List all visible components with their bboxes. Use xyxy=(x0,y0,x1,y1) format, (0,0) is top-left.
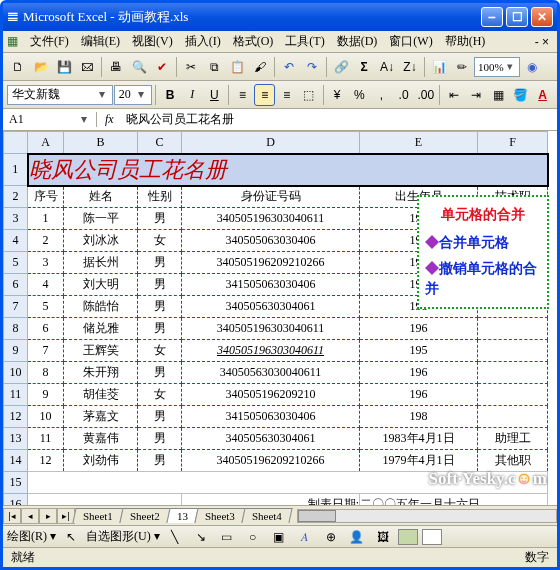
cell[interactable]: 制表日期: xyxy=(182,494,360,506)
cell[interactable]: 340505063030406 xyxy=(182,230,360,252)
cell[interactable]: 196 xyxy=(360,384,478,406)
cell[interactable]: 196 xyxy=(360,318,478,340)
cell[interactable]: 340505196209210266 xyxy=(182,252,360,274)
redo-icon[interactable]: ↷ xyxy=(301,56,323,78)
menu-insert[interactable]: 插入(I) xyxy=(179,31,227,52)
cell[interactable]: 男 xyxy=(138,362,182,384)
cell[interactable]: 341505063030406 xyxy=(182,406,360,428)
cell[interactable]: 身份证号码 xyxy=(182,186,360,208)
percent-icon[interactable]: % xyxy=(349,84,370,106)
cell[interactable] xyxy=(478,384,548,406)
permission-icon[interactable]: 🖂 xyxy=(76,56,98,78)
cell[interactable]: 男 xyxy=(138,296,182,318)
dec-decimal-icon[interactable]: .00 xyxy=(415,84,436,106)
cell[interactable]: 刘大明 xyxy=(64,274,138,296)
cell[interactable]: 胡佳茭 xyxy=(64,384,138,406)
cell[interactable]: 陈皓怡 xyxy=(64,296,138,318)
bold-icon[interactable]: B xyxy=(159,84,180,106)
borders-icon[interactable]: ▦ xyxy=(488,84,509,106)
hscroll-thumb[interactable] xyxy=(298,510,336,522)
merge-icon[interactable]: ⬚ xyxy=(298,84,319,106)
spell-icon[interactable]: ✔ xyxy=(151,56,173,78)
sort-asc-icon[interactable]: A↓ xyxy=(376,56,398,78)
copy-icon[interactable]: ⧉ xyxy=(203,56,225,78)
cell[interactable] xyxy=(478,340,548,362)
cell[interactable]: 4 xyxy=(28,274,64,296)
format-painter-icon[interactable]: 🖌 xyxy=(249,56,271,78)
indent-dec-icon[interactable]: ⇤ xyxy=(443,84,464,106)
cell[interactable]: 王辉笑 xyxy=(64,340,138,362)
cell[interactable]: 女 xyxy=(138,384,182,406)
align-center-icon[interactable]: ≡ xyxy=(254,84,275,106)
autosum-icon[interactable]: Σ xyxy=(353,56,375,78)
zoom-combo[interactable]: 100%▾ xyxy=(474,57,520,77)
open-icon[interactable]: 📂 xyxy=(30,56,52,78)
cell[interactable]: 340505196209210266 xyxy=(182,450,360,472)
preview-icon[interactable]: 🔍 xyxy=(128,56,150,78)
cell[interactable]: 刘冰冰 xyxy=(64,230,138,252)
col-header[interactable]: B xyxy=(64,132,138,154)
cell[interactable]: 340505196303040611 xyxy=(182,318,360,340)
align-left-icon[interactable]: ≡ xyxy=(232,84,253,106)
picture-icon[interactable]: 🖼 xyxy=(372,526,394,548)
chart-icon[interactable]: 📊 xyxy=(428,56,450,78)
row-header[interactable]: 3 xyxy=(4,208,28,230)
col-header[interactable]: D xyxy=(182,132,360,154)
paste-icon[interactable]: 📋 xyxy=(226,56,248,78)
cell[interactable]: 8 xyxy=(28,362,64,384)
cell[interactable]: 姓名 xyxy=(64,186,138,208)
undo-icon[interactable]: ↶ xyxy=(278,56,300,78)
menu-tools[interactable]: 工具(T) xyxy=(279,31,330,52)
hyperlink-icon[interactable]: 🔗 xyxy=(330,56,352,78)
cell[interactable]: 男 xyxy=(138,274,182,296)
cell[interactable]: 1 xyxy=(28,208,64,230)
row-header[interactable]: 9 xyxy=(4,340,28,362)
maximize-button[interactable]: ☐ xyxy=(506,7,528,27)
select-objects-icon[interactable]: ↖ xyxy=(60,526,82,548)
line-icon[interactable]: ╲ xyxy=(164,526,186,548)
sheet-tab[interactable]: Sheet2 xyxy=(119,508,170,523)
cell[interactable]: 6 xyxy=(28,318,64,340)
row-header[interactable]: 1 xyxy=(4,154,28,186)
cell[interactable]: 女 xyxy=(138,230,182,252)
select-all-corner[interactable] xyxy=(4,132,28,154)
row-header[interactable]: 16 xyxy=(4,494,28,506)
row-header[interactable]: 8 xyxy=(4,318,28,340)
cell[interactable]: 12 xyxy=(28,450,64,472)
align-right-icon[interactable]: ≡ xyxy=(276,84,297,106)
cell[interactable]: 5 xyxy=(28,296,64,318)
selected-cell[interactable]: 晓风公司员工花名册 xyxy=(28,154,548,186)
cell[interactable]: 195 xyxy=(360,340,478,362)
cell[interactable]: 序号 xyxy=(28,186,64,208)
arrow-icon[interactable]: ↘ xyxy=(190,526,212,548)
row-header[interactable]: 7 xyxy=(4,296,28,318)
cell[interactable]: 男 xyxy=(138,428,182,450)
cell[interactable] xyxy=(478,406,548,428)
menu-format[interactable]: 格式(O) xyxy=(227,31,280,52)
worksheet[interactable]: A B C D E F 1 晓风公司员工花名册 2 序号 姓名 性别 身份证号码… xyxy=(3,131,557,505)
menu-view[interactable]: 视图(V) xyxy=(126,31,179,52)
help-icon[interactable]: ◉ xyxy=(521,56,543,78)
row-header[interactable]: 2 xyxy=(4,186,28,208)
wordart-icon[interactable]: 𝐴 xyxy=(294,526,316,548)
col-header[interactable]: E xyxy=(360,132,478,154)
print-icon[interactable]: 🖶 xyxy=(105,56,127,78)
row-header[interactable]: 14 xyxy=(4,450,28,472)
col-header[interactable]: A xyxy=(28,132,64,154)
textbox-icon[interactable]: ▣ xyxy=(268,526,290,548)
autoshapes-menu[interactable]: 自选图形(U) ▾ xyxy=(86,528,160,545)
cell[interactable]: 男 xyxy=(138,252,182,274)
menu-data[interactable]: 数据(D) xyxy=(331,31,384,52)
currency-icon[interactable]: ¥ xyxy=(327,84,348,106)
menu-close-doc[interactable]: - × xyxy=(531,35,553,49)
cell[interactable]: 性别 xyxy=(138,186,182,208)
font-color-icon[interactable]: A xyxy=(532,84,553,106)
cell[interactable]: 男 xyxy=(138,406,182,428)
cell[interactable]: 10 xyxy=(28,406,64,428)
cell[interactable]: 340505630304061 xyxy=(182,428,360,450)
cell[interactable]: 陈一平 xyxy=(64,208,138,230)
cell[interactable]: 198 xyxy=(360,406,478,428)
cell[interactable]: 196 xyxy=(360,362,478,384)
cell[interactable]: 7 xyxy=(28,340,64,362)
size-combo[interactable]: 20▾ xyxy=(114,85,153,105)
